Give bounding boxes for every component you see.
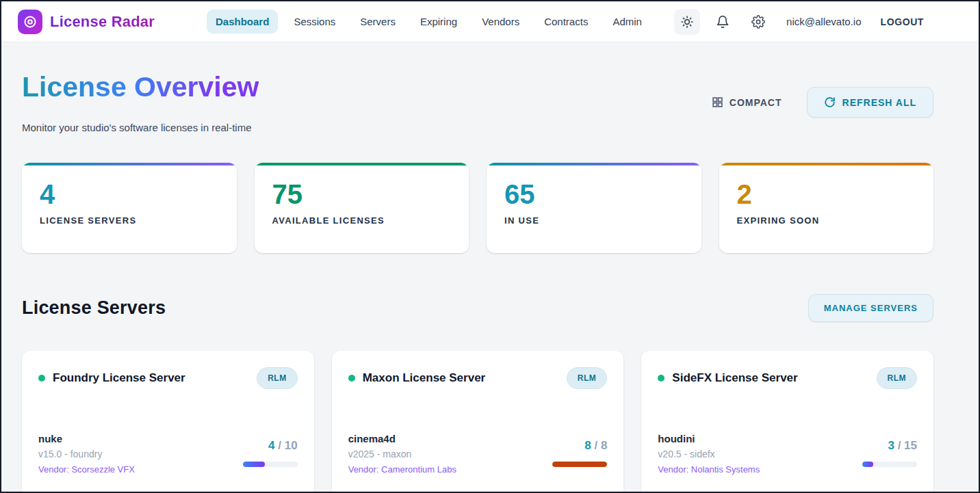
- license-version: v20.5 - sidefx: [658, 449, 760, 459]
- license-row: houdini v20.5 - sidefx Vendor: Nolantis …: [658, 433, 917, 475]
- bell-icon: [716, 15, 730, 29]
- stat-value: 65: [504, 179, 684, 209]
- license-info: houdini v20.5 - sidefx Vendor: Nolantis …: [658, 433, 760, 475]
- usage-used: 4: [268, 439, 274, 452]
- usage-separator: /: [278, 439, 281, 452]
- stat-card-expiring-soon: 2 EXPIRING SOON: [719, 163, 934, 253]
- server-name: Foundry License Server: [53, 371, 185, 385]
- usage-total: 15: [904, 439, 917, 452]
- servers-section-header: License Servers MANAGE SERVERS: [22, 294, 933, 322]
- status-online-dot: [38, 375, 45, 382]
- server-name: SideFX License Server: [672, 371, 797, 385]
- usage-progress-fill: [552, 462, 607, 467]
- license-product: houdini: [658, 433, 760, 444]
- settings-button[interactable]: [745, 9, 771, 35]
- refresh-all-button[interactable]: REFRESH ALL: [807, 87, 933, 118]
- brand[interactable]: License Radar: [18, 10, 155, 34]
- compact-label: COMPACT: [730, 97, 782, 108]
- server-card-foundry[interactable]: Foundry License Server RLM nuke v15.0 - …: [22, 351, 314, 493]
- refresh-all-label: REFRESH ALL: [842, 97, 916, 108]
- notifications-button[interactable]: [710, 9, 736, 35]
- server-type-badge: RLM: [877, 367, 918, 389]
- main-nav: Dashboard Sessions Servers Expiring Vend…: [207, 10, 651, 34]
- license-usage: 3 / 15: [862, 433, 917, 467]
- usage-used: 8: [584, 439, 591, 452]
- nav-item-contracts[interactable]: Contracts: [535, 10, 597, 34]
- status-online-dot: [348, 375, 355, 382]
- page-subtitle: Monitor your studio's software licenses …: [22, 122, 259, 133]
- license-vendor-link[interactable]: Vendor: Camerontium Labs: [348, 464, 456, 475]
- grid-icon: [712, 96, 723, 108]
- usage-progress-fill: [243, 462, 265, 467]
- license-version: v15.0 - foundry: [38, 449, 135, 459]
- server-grid: Foundry License Server RLM nuke v15.0 - …: [22, 351, 933, 493]
- page-title-block: License Overview Monitor your studio's s…: [22, 71, 259, 133]
- license-vendor-link[interactable]: Vendor: Nolantis Systems: [658, 464, 760, 475]
- user-email: nick@allevato.io: [786, 16, 861, 27]
- license-vendor-link[interactable]: Vendor: Scorsezzle VFX: [38, 464, 135, 475]
- brand-name: License Radar: [50, 13, 155, 31]
- page-actions: COMPACT REFRESH ALL: [712, 87, 933, 118]
- usage-separator: /: [594, 439, 597, 452]
- dashboard-main: License Overview Monitor your studio's s…: [1, 42, 979, 493]
- server-card-maxon[interactable]: Maxon License Server RLM cinema4d v2025 …: [332, 351, 624, 493]
- server-name: Maxon License Server: [363, 371, 486, 385]
- usage-separator: /: [898, 439, 901, 452]
- usage-progress-track: [243, 462, 298, 467]
- server-type-badge: RLM: [567, 367, 608, 389]
- license-usage: 8 / 8: [552, 433, 607, 467]
- nav-item-sessions[interactable]: Sessions: [285, 10, 344, 34]
- usage-total: 10: [285, 439, 298, 452]
- stat-label: LICENSE SERVERS: [40, 215, 219, 226]
- nav-item-vendors[interactable]: Vendors: [473, 10, 528, 34]
- license-version: v2025 - maxon: [348, 449, 456, 459]
- stat-value: 2: [737, 179, 916, 209]
- gear-icon: [751, 15, 765, 29]
- radar-logo-icon: [18, 10, 42, 34]
- usage-used: 3: [888, 439, 894, 452]
- stat-label: IN USE: [504, 215, 684, 226]
- nav-item-servers[interactable]: Servers: [351, 10, 404, 34]
- stat-label: EXPIRING SOON: [737, 215, 916, 226]
- nav-item-admin[interactable]: Admin: [604, 10, 651, 34]
- license-info: cinema4d v2025 - maxon Vendor: Cameronti…: [348, 433, 456, 475]
- usage-progress-track: [862, 462, 917, 467]
- refresh-icon: [824, 96, 836, 108]
- usage-total: 8: [601, 439, 607, 452]
- stat-card-in-use: 65 IN USE: [487, 163, 701, 253]
- usage-progress-fill: [862, 462, 873, 467]
- logout-button[interactable]: LOGOUT: [881, 16, 924, 27]
- theme-toggle-button[interactable]: [674, 9, 700, 35]
- stat-label: AVAILABLE LICENSES: [272, 215, 452, 226]
- license-row: nuke v15.0 - foundry Vendor: Scorsezzle …: [38, 433, 298, 475]
- license-usage: 4 / 10: [243, 433, 298, 467]
- nav-item-dashboard[interactable]: Dashboard: [207, 10, 278, 34]
- stat-card-available-licenses: 75 AVAILABLE LICENSES: [255, 163, 469, 253]
- page-header: License Overview Monitor your studio's s…: [22, 71, 933, 133]
- status-online-dot: [658, 375, 665, 382]
- header-actions: nick@allevato.io LOGOUT: [674, 9, 924, 35]
- compact-toggle-button[interactable]: COMPACT: [712, 96, 782, 108]
- top-navigation-bar: License Radar Dashboard Sessions Servers…: [1, 1, 979, 42]
- stats-row: 4 LICENSE SERVERS 75 AVAILABLE LICENSES …: [22, 163, 933, 253]
- stat-value: 4: [40, 179, 219, 209]
- usage-progress-track: [552, 462, 607, 467]
- page-title: License Overview: [22, 71, 259, 103]
- sun-icon: [680, 15, 694, 29]
- nav-item-expiring[interactable]: Expiring: [411, 10, 466, 34]
- license-info: nuke v15.0 - foundry Vendor: Scorsezzle …: [38, 433, 135, 475]
- server-card-sidefx[interactable]: SideFX License Server RLM houdini v20.5 …: [641, 351, 933, 493]
- license-row: cinema4d v2025 - maxon Vendor: Cameronti…: [348, 433, 608, 475]
- stat-value: 75: [272, 179, 452, 209]
- license-product: nuke: [38, 433, 135, 444]
- stat-card-license-servers: 4 LICENSE SERVERS: [22, 163, 237, 253]
- license-product: cinema4d: [348, 433, 456, 444]
- server-type-badge: RLM: [257, 367, 298, 389]
- servers-section-title: License Servers: [22, 297, 166, 319]
- manage-servers-button[interactable]: MANAGE SERVERS: [808, 294, 933, 322]
